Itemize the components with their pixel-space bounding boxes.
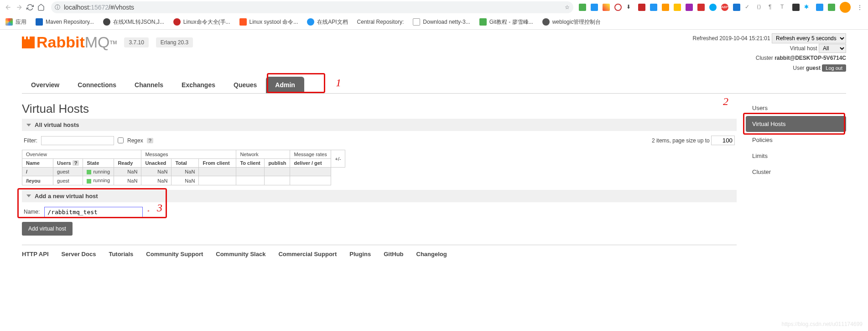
bookmark-item[interactable]: weblogic管理控制台 <box>542 18 601 26</box>
toggle-icon <box>26 194 31 197</box>
url-port: 15672 <box>91 4 109 11</box>
running-indicator-icon <box>87 170 91 174</box>
bookmark-item[interactable]: 在线API文档 <box>307 18 348 26</box>
table-row[interactable]: /leyou guest running NaN NaN NaN <box>22 176 345 185</box>
version-badge: 3.7.10 <box>124 37 148 47</box>
footer-link[interactable]: Server Docs <box>62 251 96 257</box>
reload-icon[interactable] <box>26 3 35 12</box>
back-icon[interactable] <box>4 3 13 12</box>
ext-icon[interactable] <box>638 4 645 11</box>
help-icon[interactable]: ? <box>147 138 153 143</box>
ext-icon[interactable] <box>662 4 669 11</box>
footer: HTTP API Server Docs Tutorials Community… <box>22 245 737 263</box>
vhost-select[interactable]: All <box>819 44 846 53</box>
section-all-vhosts[interactable]: All virtual hosts <box>22 119 737 131</box>
footer-link[interactable]: Tutorials <box>109 251 133 257</box>
ext-icon[interactable] <box>697 4 705 11</box>
bookmark-item[interactable]: Central Repository: <box>357 19 404 25</box>
vhost-label: Virtual host <box>790 45 817 52</box>
status-area: Refreshed 2019-10-04 15:21:01 Refresh ev… <box>693 33 846 73</box>
ext-icon[interactable] <box>816 4 823 11</box>
ext-icon[interactable] <box>591 4 598 11</box>
ext-icon[interactable] <box>614 4 622 11</box>
refreshed-text: Refreshed 2019-10-04 15:21:01 <box>693 35 770 42</box>
sidebar-item-policies[interactable]: Policies <box>746 132 846 148</box>
ext-icon[interactable] <box>674 4 681 11</box>
refresh-interval-select[interactable]: Refresh every 5 seconds <box>772 33 846 43</box>
regex-label: Regex <box>127 137 143 144</box>
bookmark-apps[interactable]: 应用 <box>5 18 26 26</box>
menu-icon[interactable]: ⋮ <box>855 3 864 12</box>
tab-admin[interactable]: Admin <box>266 77 304 93</box>
footer-link[interactable]: Commercial Support <box>278 251 337 257</box>
profile-avatar[interactable] <box>840 2 851 13</box>
page-size-input[interactable] <box>711 136 735 145</box>
ext-icon[interactable] <box>709 4 717 11</box>
tab-connections[interactable]: Connections <box>68 77 125 93</box>
running-indicator-icon <box>87 179 91 184</box>
bookmark-item[interactable]: Linux systool 命令... <box>239 18 298 26</box>
bookmark-item[interactable]: Maven Repository... <box>36 18 94 26</box>
nav-tabs: Overview Connections Channels Exchanges … <box>22 77 846 94</box>
ext-icon[interactable] <box>828 4 835 11</box>
section-add-vhost[interactable]: Add a new virtual host <box>22 190 737 202</box>
footer-link[interactable]: Plugins <box>349 251 371 257</box>
annotation-num-3: 3 <box>157 202 162 214</box>
name-label: Name: <box>24 209 40 215</box>
admin-sidebar: 2 Users Virtual Hosts Policies Limits Cl… <box>746 98 846 263</box>
tab-queues[interactable]: Queues <box>224 77 266 93</box>
ext-icon[interactable] <box>579 4 586 11</box>
sidebar-item-users[interactable]: Users <box>746 100 846 116</box>
annotation-num-2: 2 <box>723 95 728 108</box>
ext-icon[interactable] <box>603 4 610 11</box>
filter-input[interactable] <box>41 136 114 145</box>
vhosts-table: Overview Messages Network Message rates … <box>22 150 345 185</box>
rabbitmq-logo: RabbitMQTM <box>22 33 117 51</box>
ext-icon[interactable] <box>650 4 657 11</box>
toggle-icon <box>26 124 31 126</box>
footer-link[interactable]: HTTP API <box>22 251 49 257</box>
bookmark-item[interactable]: 在线XML转JSON,J... <box>103 18 164 26</box>
footer-link[interactable]: Community Support <box>146 251 203 257</box>
ext-icon[interactable] <box>733 4 740 11</box>
bookmark-item[interactable]: Download netty-3... <box>413 18 470 26</box>
filter-label: Filter: <box>24 137 37 144</box>
annotation-num-1: 1 <box>336 77 341 89</box>
url-path: /#/vhosts <box>109 4 134 11</box>
user-value: guest <box>806 65 821 71</box>
tab-exchanges[interactable]: Exchanges <box>172 77 224 93</box>
columns-toggle[interactable]: +/- <box>331 150 345 168</box>
footer-link[interactable]: Changelog <box>416 251 447 257</box>
regex-checkbox[interactable] <box>118 137 124 143</box>
logout-button[interactable]: Log out <box>822 64 846 72</box>
footer-link[interactable]: GitHub <box>384 251 403 257</box>
page-title: Virtual Hosts <box>22 102 737 116</box>
forward-icon[interactable] <box>15 3 24 12</box>
user-label: User <box>793 65 804 71</box>
cluster-value: rabbit@DESKTOP-5V6714C <box>774 55 846 61</box>
logo-area: RabbitMQTM 3.7.10 Erlang 20.3 <box>22 33 193 51</box>
ext-icon[interactable] <box>792 4 800 11</box>
sidebar-item-limits[interactable]: Limits <box>746 148 846 164</box>
tab-overview[interactable]: Overview <box>22 77 68 93</box>
home-icon[interactable] <box>36 3 46 12</box>
sidebar-item-cluster[interactable]: Cluster <box>746 164 846 180</box>
footer-link[interactable]: Community Slack <box>216 251 265 257</box>
table-row[interactable]: / guest running NaN NaN NaN <box>22 168 345 176</box>
tab-channels[interactable]: Channels <box>125 77 172 93</box>
add-vhost-button[interactable]: Add virtual host <box>22 222 73 236</box>
items-count: 2 items, page size up to <box>652 137 710 144</box>
bookmark-item[interactable]: Git教程 - 廖雪峰... <box>479 18 533 26</box>
browser-chrome: ⓘ localhost:15672/#/vhosts ☆ ⬇ ABP ✓ ⟨⟩ … <box>0 0 868 30</box>
ext-icon[interactable] <box>686 4 693 11</box>
vhost-name-input[interactable] <box>44 207 143 217</box>
sidebar-item-vhosts[interactable]: Virtual Hosts <box>746 116 846 132</box>
extension-icons: ⬇ ABP ✓ ⟨⟩ ¶ T ✱ ⋮ <box>579 2 864 13</box>
required-indicator: * <box>147 209 149 215</box>
bookmark-item[interactable]: Linux命令大全(手... <box>173 18 230 26</box>
erlang-badge: Erlang 20.3 <box>156 37 193 47</box>
cluster-label: Cluster <box>756 55 773 61</box>
rabbit-icon <box>22 37 35 48</box>
star-icon[interactable]: ☆ <box>565 4 570 11</box>
url-bar[interactable]: ⓘ localhost:15672/#/vhosts ☆ <box>51 1 573 13</box>
